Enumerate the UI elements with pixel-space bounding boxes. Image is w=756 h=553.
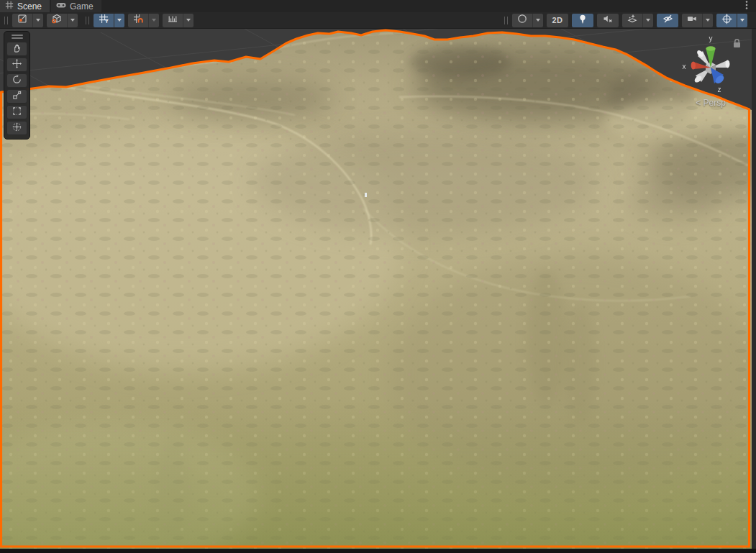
grid-visibility-dropdown[interactable] xyxy=(114,14,124,27)
ruler-icon xyxy=(168,14,178,27)
hand-icon xyxy=(12,42,22,56)
camera-icon xyxy=(687,14,697,27)
cursor-mark xyxy=(365,193,367,197)
axis-y-label: y xyxy=(709,35,713,42)
scene-viewport[interactable]: y x z < Persp xyxy=(0,29,752,549)
grid-y-icon: Y xyxy=(99,14,109,27)
transform-tool-button[interactable] xyxy=(6,121,27,135)
scene-view-options: 2D xyxy=(500,14,756,27)
grid-magnet-icon xyxy=(133,14,143,27)
effects-button[interactable] xyxy=(622,14,642,27)
chevron-down-icon xyxy=(36,19,40,22)
projection-mode-label[interactable]: < Persp xyxy=(679,98,742,108)
effects-dropdown[interactable] xyxy=(642,14,653,27)
grid-visibility-button[interactable]: Y xyxy=(94,14,114,27)
snap-increment-button[interactable] xyxy=(128,14,148,27)
toolbar-drag-handle[interactable] xyxy=(4,17,8,24)
tab-game[interactable]: Game xyxy=(51,0,101,12)
terrain-shading xyxy=(0,29,752,549)
toolbar-drag-handle[interactable] xyxy=(504,17,508,24)
toolbar-drag-handle[interactable] xyxy=(86,17,89,24)
effects-icon xyxy=(627,14,637,27)
chevron-down-icon xyxy=(646,19,650,22)
2d-toggle-button[interactable]: 2D xyxy=(547,14,568,27)
grid-size-button[interactable] xyxy=(163,14,183,27)
rotate-icon xyxy=(12,74,22,88)
scene-lighting-button[interactable] xyxy=(572,14,593,27)
snap-increment-dropdown[interactable] xyxy=(148,14,159,27)
tools-overlay-panel xyxy=(4,31,30,140)
orientation-gizmo[interactable]: y x z xyxy=(673,30,748,101)
grid-size-dropdown[interactable] xyxy=(183,14,193,27)
camera-settings-dropdown[interactable] xyxy=(702,14,713,27)
grid-visibility-group: Y xyxy=(94,14,124,27)
2d-label: 2D xyxy=(552,16,563,24)
tools-overlay-drag-handle[interactable] xyxy=(4,33,29,40)
gizmos-dropdown[interactable] xyxy=(737,14,747,27)
2d-toggle-wrap: 2D xyxy=(547,14,568,27)
scene-audio-button[interactable] xyxy=(597,14,619,27)
gamepad-icon xyxy=(56,1,66,12)
chevron-down-icon xyxy=(536,19,540,22)
draw-mode-group xyxy=(512,14,543,27)
gizmos-icon xyxy=(721,14,732,27)
unity-editor-window: Scene Game xyxy=(0,0,756,553)
axis-z-label: z xyxy=(718,86,721,93)
draw-mode-button[interactable] xyxy=(512,14,532,27)
lighting-wrap xyxy=(572,14,593,27)
rect-icon xyxy=(12,106,22,119)
draw-mode-dropdown[interactable] xyxy=(532,14,543,27)
pivot-group xyxy=(47,14,78,27)
gizmos-button[interactable] xyxy=(716,14,737,27)
transform-icon xyxy=(12,122,22,135)
view-tool-button[interactable] xyxy=(6,42,27,56)
grid-size-group xyxy=(163,14,193,27)
rect-tool-button[interactable] xyxy=(6,105,27,119)
visibility-wrap xyxy=(657,14,678,27)
eye-hidden-icon xyxy=(662,14,673,27)
camera-settings-button[interactable] xyxy=(682,14,702,27)
padlock-icon[interactable] xyxy=(734,40,740,47)
scale-tool-button[interactable] xyxy=(6,89,27,104)
chevron-down-icon xyxy=(117,19,122,22)
tab-scene[interactable]: Scene xyxy=(0,0,50,12)
chevron-down-icon xyxy=(152,19,156,22)
camera-settings-group xyxy=(682,14,713,27)
tool-settings-group xyxy=(12,14,43,27)
move-tool-button[interactable] xyxy=(6,58,27,72)
scale-icon xyxy=(12,90,22,104)
scene-toolbar: Y xyxy=(0,12,756,29)
tool-settings-button[interactable] xyxy=(12,14,32,27)
move-icon xyxy=(12,58,22,72)
light-bulb-icon xyxy=(578,14,588,27)
shaded-sphere-icon xyxy=(517,14,527,27)
scene-visibility-button[interactable] xyxy=(657,14,678,27)
tab-overflow-button[interactable] xyxy=(737,0,756,12)
chevron-down-icon xyxy=(740,19,744,22)
tab-game-label: Game xyxy=(70,1,94,12)
terrain-render xyxy=(0,29,752,549)
window-right-margin xyxy=(752,29,756,549)
pivot-cube-icon xyxy=(52,14,62,27)
kebab-menu-icon xyxy=(745,0,748,13)
tool-settings-icon xyxy=(17,14,27,27)
tool-settings-dropdown[interactable] xyxy=(32,14,43,27)
svg-text:Y: Y xyxy=(105,18,109,24)
tab-scene-label: Scene xyxy=(17,1,42,12)
window-bottom-margin xyxy=(0,549,756,553)
snap-increment-group xyxy=(128,14,159,27)
axis-z-cone[interactable] xyxy=(711,68,725,85)
chevron-down-icon xyxy=(706,19,710,22)
axis-x-label: x xyxy=(683,63,686,70)
chevron-down-icon xyxy=(70,19,75,22)
tab-bar: Scene Game xyxy=(0,0,756,12)
tool-handle-pivot-button[interactable] xyxy=(47,14,67,27)
chevron-down-icon xyxy=(186,19,191,22)
rotate-tool-button[interactable] xyxy=(6,73,27,88)
gizmos-group xyxy=(716,14,747,27)
pivot-dropdown[interactable] xyxy=(67,14,78,27)
audio-wrap xyxy=(597,14,619,27)
grid-icon xyxy=(5,1,14,12)
effects-group xyxy=(622,14,653,27)
audio-muted-icon xyxy=(603,14,613,27)
